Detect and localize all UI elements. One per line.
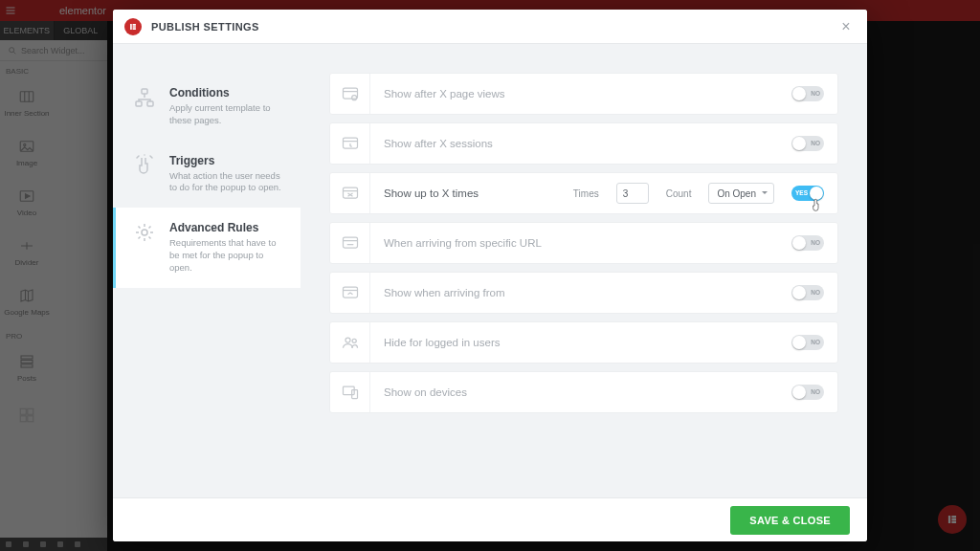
rule-arriving-from: Show when arriving from NO: [329, 272, 838, 314]
svg-rect-24: [343, 386, 354, 394]
svg-point-23: [352, 339, 356, 342]
svg-rect-12: [142, 89, 147, 94]
save-and-close-button[interactable]: SAVE & CLOSE: [730, 506, 850, 535]
users-icon: [330, 322, 370, 363]
rule-controls: Times Count On Open: [573, 183, 774, 204]
rail-desc: What action the user needs to do for the…: [169, 170, 285, 195]
rail-item-triggers[interactable]: Triggers What action the user needs to d…: [113, 141, 301, 209]
toggle-arriving-from[interactable]: NO: [791, 285, 824, 300]
sessions-icon: [330, 123, 370, 164]
svg-point-15: [142, 230, 147, 235]
toggle-page-views[interactable]: NO: [791, 86, 824, 101]
elementor-logo-icon: [124, 18, 142, 35]
toggle-devices[interactable]: NO: [791, 385, 824, 400]
rule-devices: Show on devices NO: [329, 371, 838, 413]
rail-title: Triggers: [169, 154, 285, 167]
conditions-icon: [131, 86, 158, 113]
toggle-sessions[interactable]: NO: [791, 136, 824, 151]
svg-rect-19: [343, 187, 357, 198]
rail-desc: Requirements that have to be met for the…: [169, 237, 285, 274]
rule-label: When arriving from specific URL: [384, 237, 791, 249]
rail-title: Advanced Rules: [169, 221, 285, 234]
rail-desc: Apply current template to these pages.: [169, 102, 285, 127]
rail-title: Conditions: [169, 86, 285, 99]
svg-point-17: [351, 96, 356, 100]
settings-rail: Conditions Apply current template to the…: [113, 44, 301, 497]
svg-rect-14: [147, 101, 153, 106]
rule-logged-in: Hide for logged in users NO: [329, 321, 838, 364]
publish-settings-modal: PUBLISH SETTINGS × Conditions Apply curr…: [113, 10, 867, 541]
close-button[interactable]: ×: [836, 17, 856, 36]
rule-label: Show on devices: [384, 386, 791, 398]
triggers-icon: [131, 154, 158, 181]
modal-header: PUBLISH SETTINGS ×: [113, 10, 867, 44]
toggle-show-up-to-x-times[interactable]: YES: [791, 186, 824, 201]
toggle-logged-in[interactable]: NO: [791, 335, 824, 350]
rule-label: Show up to X times: [384, 187, 573, 199]
rule-show-up-to-x-times: Show up to X times Times Count On Open Y…: [329, 172, 838, 214]
page-views-icon: [330, 74, 370, 114]
count-select[interactable]: On Open: [708, 183, 774, 204]
times-label: Times: [573, 188, 599, 199]
close-icon: ×: [841, 18, 850, 35]
advanced-rules-icon: [131, 221, 158, 248]
rule-specific-url: When arriving from specific URL NO: [329, 222, 838, 264]
times-input[interactable]: [616, 183, 649, 204]
rule-page-views: Show after X page views NO: [329, 73, 838, 115]
svg-rect-20: [343, 237, 357, 248]
rules-panel: Show after X page views NO Show after X …: [301, 44, 867, 497]
devices-icon: [330, 372, 370, 412]
rail-item-advanced-rules[interactable]: Advanced Rules Requirements that have to…: [113, 208, 301, 287]
svg-rect-16: [343, 88, 357, 99]
times-icon: [330, 173, 370, 213]
svg-point-22: [345, 338, 350, 342]
rule-label: Hide for logged in users: [384, 337, 791, 348]
svg-rect-13: [136, 101, 142, 106]
svg-rect-18: [343, 138, 357, 148]
toggle-specific-url[interactable]: NO: [791, 235, 824, 251]
rule-label: Show when arriving from: [384, 287, 791, 298]
rule-sessions: Show after X sessions NO: [329, 122, 838, 165]
rule-label: Show after X page views: [384, 88, 791, 99]
modal-footer: SAVE & CLOSE: [113, 497, 867, 541]
rule-label: Show after X sessions: [384, 138, 791, 149]
url-icon: [330, 223, 370, 263]
count-label: Count: [666, 188, 692, 199]
modal-title: PUBLISH SETTINGS: [151, 21, 259, 33]
arriving-icon: [330, 273, 370, 313]
rail-item-conditions[interactable]: Conditions Apply current template to the…: [113, 73, 301, 141]
